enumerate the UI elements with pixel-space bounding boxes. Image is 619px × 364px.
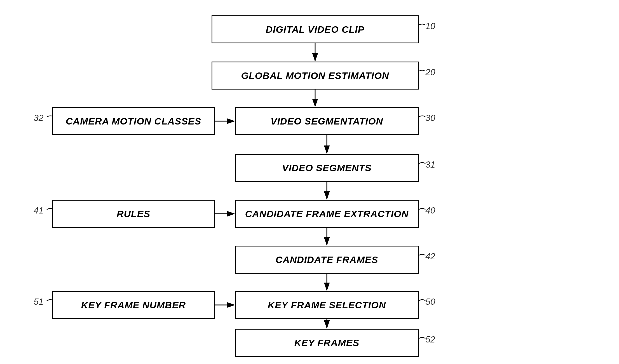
box-camera-motion-classes: CAMERA MOTION CLASSES (52, 107, 215, 135)
box-rules: RULES (52, 200, 215, 228)
box-candidate-frame-extraction: CANDIDATE FRAME EXTRACTION (235, 200, 419, 228)
diagram-container: DIGITAL VIDEO CLIP 10 GLOBAL MOTION ESTI… (0, 0, 619, 364)
ref-30: 30 (425, 113, 435, 123)
box-key-frame-number: KEY FRAME NUMBER (52, 291, 215, 319)
box-digital-video-clip: DIGITAL VIDEO CLIP (212, 15, 419, 43)
ref-41: 41 (34, 205, 44, 216)
ref-31: 31 (425, 159, 435, 170)
ref-10: 10 (425, 21, 435, 31)
box-key-frames: KEY FRAMES (235, 329, 419, 357)
ref-51: 51 (34, 297, 44, 307)
box-global-motion-estimation: GLOBAL MOTION ESTIMATION (212, 62, 419, 90)
box-video-segmentation: VIDEO SEGMENTATION (235, 107, 419, 135)
ref-42: 42 (425, 251, 435, 262)
ref-50: 50 (425, 297, 435, 307)
ref-20: 20 (425, 67, 435, 78)
ref-40: 40 (425, 205, 435, 216)
box-key-frame-selection: KEY FRAME SELECTION (235, 291, 419, 319)
box-video-segments: VIDEO SEGMENTS (235, 154, 419, 182)
ref-52: 52 (425, 334, 435, 345)
box-candidate-frames: CANDIDATE FRAMES (235, 246, 419, 274)
ref-32: 32 (34, 113, 44, 123)
